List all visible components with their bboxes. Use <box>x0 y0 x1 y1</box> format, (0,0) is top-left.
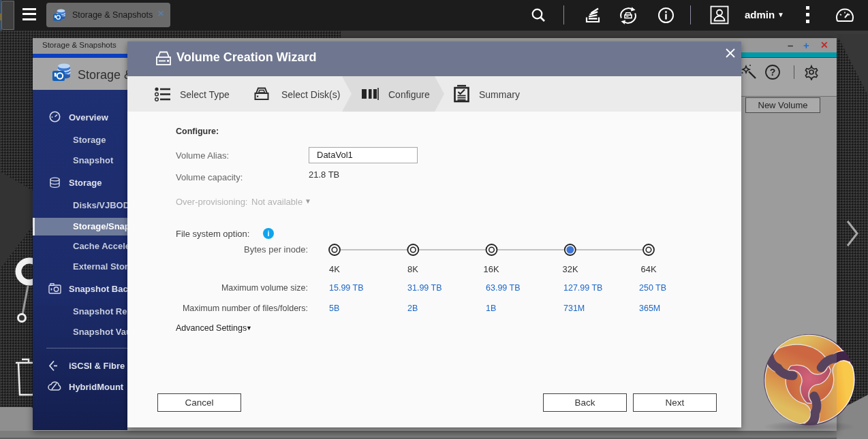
svg-text:?: ? <box>770 67 776 78</box>
